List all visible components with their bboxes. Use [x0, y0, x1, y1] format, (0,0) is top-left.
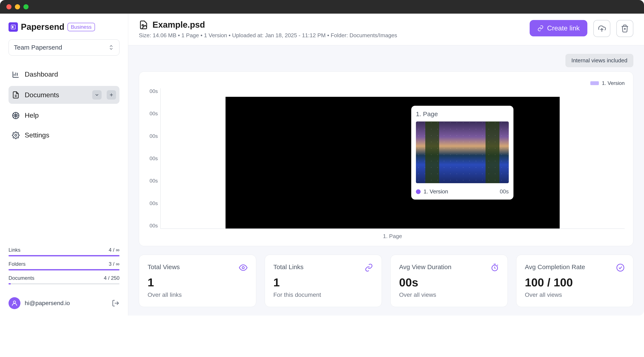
cloud-upload-icon: [598, 24, 606, 33]
nav-label: Settings: [25, 131, 50, 139]
logout-icon: [112, 299, 120, 307]
tooltip-dot-icon: [416, 189, 420, 194]
window-maximize-icon[interactable]: [24, 4, 28, 9]
plan-badge: Business: [68, 23, 95, 31]
nav-label: Documents: [25, 91, 59, 99]
stat-completion-rate: Avg Completion Rate 100 / 100 Over all v…: [516, 255, 634, 307]
upload-button[interactable]: [593, 20, 610, 37]
chevron-updown-icon: [108, 44, 114, 50]
svg-point-6: [242, 267, 244, 269]
team-selector-label: Team Papersend: [14, 44, 62, 51]
tooltip-value: 00s: [500, 188, 509, 195]
document-meta: Size: 14.06 MB • 1 Page • 1 Version • Up…: [139, 32, 530, 39]
legend-swatch-icon: [590, 81, 599, 85]
add-document-button[interactable]: [107, 90, 116, 100]
chart-plot[interactable]: 1. Page 1. Version 00s: [160, 88, 624, 229]
usage-label: Documents: [8, 275, 34, 281]
brand-logo-icon: [8, 22, 18, 32]
internal-views-toggle[interactable]: Internal views included: [566, 54, 633, 67]
svg-point-3: [15, 134, 17, 136]
delete-button[interactable]: [616, 20, 633, 37]
stat-avg-duration: Avg View Duration 00s Over all views: [390, 255, 508, 307]
nav-help[interactable]: Help: [8, 107, 120, 124]
stat-value: 1: [148, 276, 248, 289]
brand-name: Papersend: [21, 22, 64, 32]
document-icon: [12, 91, 20, 99]
usage-value: 4 / ∞: [109, 247, 120, 253]
stat-sub: For this document: [274, 292, 373, 298]
sidebar: Papersend Business Team Papersend Dashbo…: [0, 14, 128, 316]
nav-dashboard[interactable]: Dashboard: [8, 66, 120, 82]
document-title: Example.psd: [152, 20, 205, 29]
link-icon: [537, 25, 544, 31]
usage-links-bar: [8, 255, 120, 256]
window-close-icon[interactable]: [6, 4, 12, 9]
usage-value: 3 / ∞: [109, 261, 120, 267]
stat-sub: Over all views: [399, 292, 499, 298]
usage-panel: Links 4 / ∞ Folders 3 / ∞ Documents 4 / …: [8, 242, 120, 309]
stats-row: Total Views 1 Over all links Total Links…: [139, 255, 633, 307]
main: Example.psd Size: 14.06 MB • 1 Page • 1 …: [128, 14, 644, 316]
usage-value: 4 / 250: [104, 275, 120, 281]
y-tick: 00s: [150, 88, 158, 94]
usage-label: Links: [8, 247, 20, 253]
nav-documents[interactable]: Documents: [8, 86, 120, 104]
stat-total-views: Total Views 1 Over all links: [139, 255, 256, 307]
stat-label: Avg Completion Rate: [525, 263, 625, 271]
usage-folders-bar: [8, 269, 120, 270]
stat-sub: Over all views: [525, 292, 625, 298]
stat-value: 00s: [399, 276, 499, 289]
brand: Papersend Business: [8, 22, 120, 32]
internal-views-label: Internal views included: [572, 57, 628, 64]
user-row: hi@papersend.io: [8, 297, 120, 309]
stat-label: Total Links: [274, 263, 373, 271]
plus-icon: [109, 92, 114, 97]
stat-value: 100 / 100: [525, 276, 625, 289]
trash-icon: [620, 24, 629, 33]
help-icon: [12, 112, 20, 119]
stat-value: 1: [274, 276, 373, 289]
user-email: hi@papersend.io: [25, 300, 108, 307]
svg-point-8: [617, 264, 624, 271]
nav-label: Help: [25, 111, 39, 119]
gear-icon: [12, 131, 20, 139]
legend-label: 1. Version: [602, 80, 624, 86]
nav-settings[interactable]: Settings: [8, 127, 120, 143]
stat-sub: Over all links: [148, 292, 248, 298]
chevron-down-icon: [94, 92, 100, 97]
y-tick: 00s: [150, 178, 158, 184]
chart-y-axis: 00s 00s 00s 00s 00s 00s 00s: [148, 88, 160, 229]
document-header: Example.psd Size: 14.06 MB • 1 Page • 1 …: [128, 14, 644, 45]
chart-legend: 1. Version: [148, 80, 624, 86]
usage-documents: Documents 4 / 250: [8, 275, 120, 281]
tooltip-title: 1. Page: [416, 110, 509, 118]
chart-tooltip: 1. Page 1. Version 00s: [411, 106, 514, 200]
create-link-button[interactable]: Create link: [530, 20, 587, 36]
stat-label: Avg View Duration: [399, 263, 499, 271]
nav: Dashboard Documents: [8, 66, 120, 143]
tooltip-series: 1. Version: [424, 188, 448, 195]
create-link-label: Create link: [547, 24, 580, 32]
stopwatch-icon: [490, 263, 499, 272]
window-titlebar: [0, 0, 644, 14]
stat-total-links: Total Links 1 For this document: [265, 255, 382, 307]
logout-button[interactable]: [112, 299, 120, 307]
usage-links: Links 4 / ∞: [8, 247, 120, 253]
stat-label: Total Views: [148, 263, 248, 271]
file-image-icon: [139, 20, 148, 29]
y-tick: 00s: [150, 156, 158, 161]
usage-label: Folders: [8, 261, 26, 267]
team-selector[interactable]: Team Papersend: [8, 39, 120, 55]
usage-folders: Folders 3 / ∞: [8, 261, 120, 267]
y-tick: 00s: [150, 223, 158, 229]
expand-documents-button[interactable]: [92, 90, 102, 100]
link-icon: [364, 263, 373, 272]
x-tick: 1. Page: [383, 233, 402, 239]
check-circle-icon: [616, 263, 624, 272]
nav-label: Dashboard: [25, 70, 58, 78]
window-minimize-icon[interactable]: [15, 4, 20, 9]
user-avatar-icon[interactable]: [8, 297, 20, 309]
chart-card: 1. Version 00s 00s 00s 00s 00s 00s 00s: [139, 71, 633, 246]
bar-chart-icon: [12, 71, 20, 78]
svg-rect-1: [12, 26, 14, 28]
